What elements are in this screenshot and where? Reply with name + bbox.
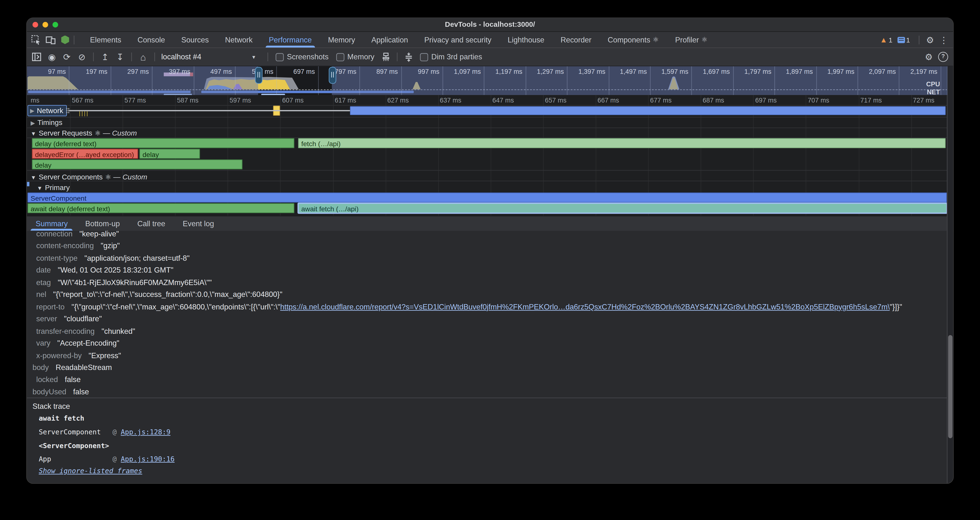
overview-window-left-handle[interactable]	[255, 67, 262, 84]
details-tab-bottom-up[interactable]: Bottom-up	[76, 216, 129, 231]
inspect-element-icon[interactable]	[31, 35, 41, 45]
header-value: false	[73, 388, 89, 396]
event-bar[interactable]: await fetch (…/api)	[298, 203, 947, 213]
flame-chart[interactable]: ms567 ms577 ms587 ms597 ms607 ms617 ms62…	[27, 95, 947, 216]
overview-tick-label: 1,197 ms	[484, 68, 523, 75]
track-primary-label[interactable]: ▼Primary	[37, 184, 70, 191]
header-value: "cloudflare"	[64, 315, 102, 323]
details-tab-call-tree[interactable]: Call tree	[129, 216, 174, 231]
show-ignore-listed-frames-link[interactable]: Show ignore-listed frames	[39, 467, 142, 475]
tab-label: Performance	[269, 35, 312, 44]
tab-memory[interactable]: Memory	[320, 32, 363, 48]
row-separator	[27, 181, 947, 181]
net-overview-request	[261, 93, 285, 95]
tab-console[interactable]: Console	[129, 32, 173, 48]
event-bar[interactable]: fetch (…/api)	[298, 138, 945, 148]
track-network-label[interactable]: ▶Network	[28, 106, 66, 116]
home-icon[interactable]: ⌂	[135, 52, 151, 62]
history-select[interactable]: localhost #4 ▼	[161, 52, 261, 61]
reload-and-record-button[interactable]: ⟳	[59, 52, 74, 62]
track-drag-handle[interactable]	[65, 108, 70, 114]
record-button[interactable]: ◉	[45, 52, 59, 62]
extension-icon[interactable]	[60, 35, 70, 45]
tab-sources[interactable]: Sources	[173, 32, 217, 48]
shrink-timeline-icon[interactable]	[401, 52, 416, 62]
overview-tick-label: 997 ms	[401, 68, 439, 75]
issues-icon	[897, 37, 905, 43]
history-select-value: localhost #4	[161, 52, 201, 61]
event-bar[interactable]: await delay (deferred text)	[27, 203, 294, 213]
dim-3rd-parties-checkbox[interactable]: Dim 3rd parties	[420, 52, 482, 61]
load-profile-icon[interactable]: ↥	[97, 52, 112, 62]
tab-components[interactable]: Components⚛	[600, 32, 667, 48]
overview-tick-label: 1,297 ms	[525, 68, 564, 75]
overview-tick-label: 1,597 ms	[650, 68, 689, 75]
overview-tick-label: 597 ms	[235, 68, 274, 75]
tab-profiler[interactable]: Profiler⚛	[667, 32, 716, 48]
vertical-scrollbar[interactable]	[948, 335, 953, 438]
network-event-tick	[80, 111, 80, 116]
event-bar[interactable]: ServerComponent	[27, 192, 947, 202]
memory-checkbox[interactable]: Memory	[336, 52, 374, 61]
collect-garbage-icon[interactable]	[378, 52, 393, 61]
divider	[93, 52, 94, 61]
more-options-icon[interactable]: ⋮	[937, 35, 951, 45]
details-tab-summary[interactable]: Summary	[27, 216, 76, 231]
track-server-requests-label[interactable]: ▼Server Requests⚛ — Custom	[30, 129, 137, 138]
network-request-bar-blue[interactable]	[350, 107, 945, 115]
expand-icon: ▶	[30, 108, 34, 114]
event-bar[interactable]: delay	[32, 159, 242, 169]
source-location-link[interactable]: App.js:128:9	[121, 428, 170, 436]
tab-privacy-and-security[interactable]: Privacy and security	[416, 32, 500, 48]
divider	[919, 35, 920, 44]
help-icon[interactable]: ?	[938, 52, 948, 62]
network-event-tick	[87, 111, 88, 116]
panel-settings-gear-icon[interactable]: ⚙	[922, 52, 935, 62]
collapse-icon: ▼	[30, 131, 36, 137]
header-row-content-encoding: content-encoding"gzip"	[27, 240, 947, 252]
toggle-sidebar-icon[interactable]	[29, 52, 45, 61]
tab-label: Network	[225, 35, 253, 44]
tab-network[interactable]: Network	[217, 32, 261, 48]
timeline-overview[interactable]: 97 ms197 ms297 ms397 ms497 ms597 ms697 m…	[27, 66, 947, 95]
overview-tick-label: 297 ms	[110, 68, 149, 75]
summary-pane: connection"keep-alive"content-encoding"g…	[27, 231, 947, 398]
ruler-tick-label: 707 ms	[808, 96, 829, 104]
overview-tick-label: 797 ms	[318, 68, 356, 75]
react-atom-icon: ⚛	[105, 173, 111, 181]
clear-button[interactable]: ⊘	[74, 52, 89, 62]
performance-toolbar: ◉ ⟳ ⊘ ↥ ↧ ⌂ localhost #4 ▼ Screenshots M…	[27, 48, 953, 66]
track-timings-label[interactable]: ▶Timings	[30, 119, 62, 126]
overview-tick-label: 897 ms	[359, 68, 398, 75]
report-to-url-link[interactable]: https://a.nel.cloudflare.com/report/v4?s…	[280, 302, 890, 311]
save-profile-icon[interactable]: ↧	[113, 52, 127, 62]
issues-badge[interactable]: 1	[897, 36, 910, 43]
tab-performance[interactable]: Performance	[261, 32, 320, 48]
settings-gear-icon[interactable]: ⚙	[923, 35, 937, 45]
overview-window-right-handle[interactable]	[329, 67, 336, 84]
header-value: "Accept-Encoding"	[57, 339, 119, 348]
tab-recorder[interactable]: Recorder	[552, 32, 600, 48]
header-row-content-type: content-type"application/json; charset=u…	[27, 253, 947, 264]
source-location-link[interactable]: App.js:190:16	[121, 455, 175, 463]
header-value: "chunked"	[102, 326, 135, 335]
tab-label: Privacy and security	[425, 35, 492, 44]
overview-tick-label: 397 ms	[152, 68, 191, 75]
details-tab-event-log[interactable]: Event log	[174, 216, 223, 231]
header-key: x-powered-by	[36, 351, 81, 359]
track-server-components-label[interactable]: ▼Server Components⚛ — Custom	[30, 173, 147, 181]
tab-application[interactable]: Application	[363, 32, 416, 48]
event-bar[interactable]: delay	[139, 149, 200, 159]
screenshots-checkbox[interactable]: Screenshots	[275, 52, 329, 61]
header-row-transfer-encoding: transfer-encoding"chunked"	[27, 325, 947, 337]
overview-gridline	[940, 66, 941, 95]
collapse-icon: ▼	[37, 185, 43, 191]
header-value: "{\"report_to\":\"cf-nel\",\"success_fra…	[53, 290, 282, 299]
device-toolbar-icon[interactable]	[46, 35, 56, 45]
tab-label: Lighthouse	[508, 35, 544, 44]
tab-elements[interactable]: Elements	[82, 32, 129, 48]
event-bar[interactable]: delay (deferred text)	[32, 138, 294, 148]
warnings-badge[interactable]: ▲1	[880, 35, 892, 44]
event-bar[interactable]: delayedError (…ayed exception)	[32, 149, 138, 159]
tab-lighthouse[interactable]: Lighthouse	[500, 32, 553, 48]
